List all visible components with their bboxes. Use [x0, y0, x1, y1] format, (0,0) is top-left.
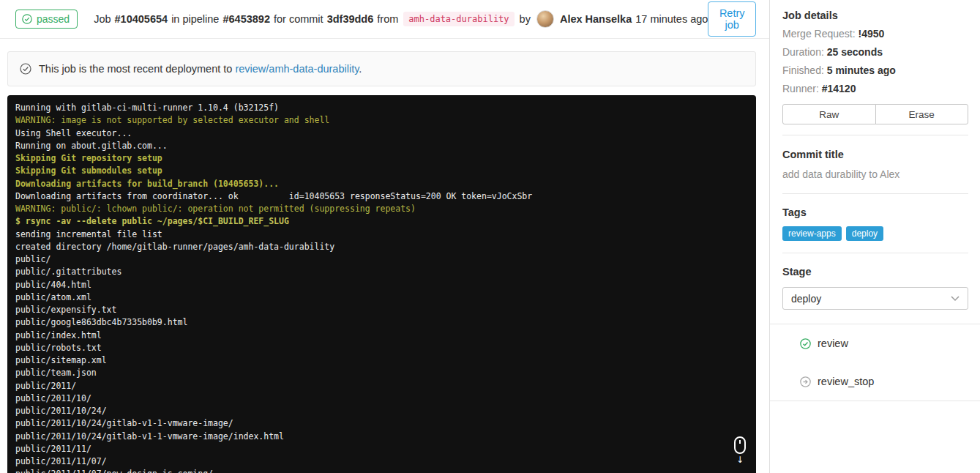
from-label: from: [377, 13, 398, 25]
log-line: public/2011/11/07/new-design-is-coming/: [15, 468, 747, 473]
log-line: public/2011/10/: [15, 392, 747, 405]
log-line: public/404.html: [15, 279, 747, 291]
log-line: public/index.html: [15, 329, 747, 342]
log-line: public/robots.txt: [15, 342, 747, 354]
log-line: public/google863dbc4b7335b0b9.html: [15, 316, 747, 329]
commit-title-heading: Commit title: [782, 135, 968, 160]
log-line: WARNING: image is not supported by selec…: [15, 114, 747, 127]
job-detail-row: Finished: 5 minutes ago: [782, 64, 968, 76]
log-line: public/2011/11/07/: [15, 455, 747, 468]
log-line: public/2011/10/24/: [15, 405, 747, 417]
build-name: review_stop: [818, 376, 874, 387]
job-details-rows: Merge Request: !4950Duration: 25 seconds…: [782, 28, 968, 94]
log-line: public/.gitattributes: [15, 266, 747, 278]
chevron-down-icon: [951, 296, 960, 302]
log-line: Downloading artifacts from coordinator..…: [15, 190, 747, 203]
deployment-notice: This job is the most recent deployment t…: [7, 51, 756, 86]
check-circle-icon: [20, 63, 31, 75]
log-line: Downloading artifacts for build_branch (…: [15, 178, 747, 190]
stage-heading: Stage: [782, 253, 968, 278]
erase-button[interactable]: Erase: [875, 104, 969, 124]
detail-value: 5 minutes ago: [827, 64, 896, 76]
log-line: WARNING: public/: lchown public/: operat…: [15, 203, 747, 215]
avatar: [536, 10, 554, 28]
raw-button[interactable]: Raw: [782, 104, 876, 124]
commit-sha-link[interactable]: 3df39dd6: [327, 13, 374, 25]
commit-label: for commit: [274, 13, 323, 25]
tag-pill: deploy: [846, 226, 883, 241]
pipeline-number-link[interactable]: #6453892: [222, 13, 270, 25]
log-line: Running on about.gitlab.com...: [15, 140, 747, 152]
trace-buttons: Raw Erase: [782, 104, 968, 124]
notice-period: .: [359, 63, 362, 75]
status-label: passed: [37, 13, 70, 25]
detail-value: 25 seconds: [827, 46, 883, 58]
log-line: public/2011/10/24/gitlab-v1-1-vmware-ima…: [15, 431, 747, 443]
job-detail-row: Merge Request: !4950: [782, 28, 968, 40]
log-line: public/team.json: [15, 367, 747, 379]
time-ago: 17 minutes ago: [635, 13, 708, 25]
log-line: sending incremental file list: [15, 228, 747, 241]
detail-value: !4950: [859, 28, 885, 40]
check-circle-icon: [22, 14, 32, 24]
notice-prefix: This job is the most recent deployment t…: [39, 63, 232, 75]
build-item-review[interactable]: review: [770, 324, 980, 362]
log-line: public/: [15, 253, 747, 266]
stage-builds-list: reviewreview_stop: [770, 324, 980, 401]
log-line: public/2011/: [15, 380, 747, 392]
stage-dropdown[interactable]: deploy: [782, 287, 968, 310]
build-item-review_stop[interactable]: review_stop: [770, 362, 980, 401]
build-name: review: [818, 338, 848, 349]
mouse-scroll-icon: [734, 436, 746, 454]
log-line: Using Shell executor...: [15, 127, 747, 140]
by-label: by: [520, 13, 531, 25]
job-header: passed Job #10405654 in pipeline #645389…: [0, 0, 769, 39]
log-line: public/atom.xml: [15, 291, 747, 304]
commit-title-text: add data durability to Alex: [782, 168, 968, 180]
status-success-icon: [800, 338, 811, 349]
job-label: Job: [94, 13, 111, 25]
scroll-down-button[interactable]: ↓: [731, 436, 749, 464]
detail-label: Merge Request:: [782, 28, 859, 40]
detail-label: Finished:: [782, 64, 827, 76]
status-manual-icon: [800, 376, 811, 387]
log-line: Skipping Git repository setup: [15, 152, 747, 165]
arrow-down-icon: ↓: [731, 455, 749, 464]
detail-label: Duration:: [782, 46, 827, 58]
notice-text: This job is the most recent deployment t…: [39, 63, 362, 75]
job-number: #10405654: [115, 13, 168, 25]
retry-job-button[interactable]: Retry job: [708, 1, 756, 37]
log-line: public/2011/11/: [15, 443, 747, 455]
pipeline-label: in pipeline: [171, 13, 219, 25]
branch-ref-link[interactable]: amh-data-durability: [403, 12, 514, 26]
log-line: created directory /home/gitlab-runner/pa…: [15, 241, 747, 253]
job-sidebar: Job details Merge Request: !4950Duration…: [769, 0, 980, 473]
tags-heading: Tags: [782, 194, 968, 218]
terminal-log: Running with gitlab-ci-multi-runner 1.10…: [7, 95, 756, 473]
log-line: Running with gitlab-ci-multi-runner 1.10…: [15, 102, 747, 114]
job-detail-row: Duration: 25 seconds: [782, 46, 968, 58]
tags-list: review-appsdeploy: [782, 226, 968, 241]
detail-value: #14120: [822, 83, 856, 94]
log-line: $ rsync -av --delete public ~/pages/$CI_…: [15, 215, 747, 228]
author-name-link[interactable]: Alex Hanselka: [560, 13, 632, 25]
job-detail-row: Runner: #14120: [782, 83, 968, 94]
stage-selected-value: deploy: [791, 293, 821, 305]
detail-label: Runner:: [782, 83, 822, 94]
job-details-title: Job details: [782, 0, 968, 21]
status-badge[interactable]: passed: [15, 10, 78, 29]
log-line: Skipping Git submodules setup: [15, 165, 747, 177]
environment-link[interactable]: review/amh-data-durability: [235, 63, 359, 75]
log-line: public/2011/10/24/gitlab-v1-1-vmware-ima…: [15, 417, 747, 430]
log-line: public/expensify.txt: [15, 304, 747, 316]
job-header-text: Job #10405654 in pipeline #6453892 for c…: [94, 10, 708, 28]
log-line: public/sitemap.xml: [15, 354, 747, 367]
main-column: passed Job #10405654 in pipeline #645389…: [0, 0, 769, 473]
tag-pill: review-apps: [782, 226, 842, 241]
